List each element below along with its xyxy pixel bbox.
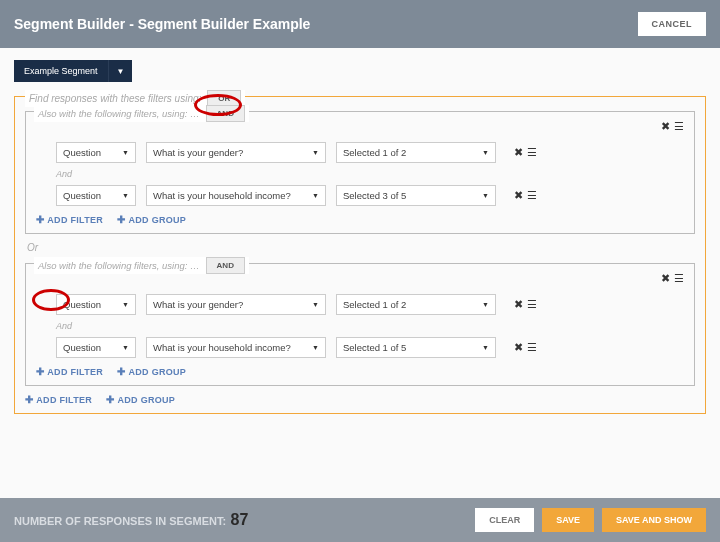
group-add-links: ✚ADD FILTER ✚ADD GROUP bbox=[36, 214, 684, 225]
filter-value-select[interactable]: Selected 1 of 2▼ bbox=[336, 294, 496, 315]
chevron-down-icon: ▼ bbox=[312, 192, 319, 199]
chevron-down-icon: ▼ bbox=[122, 149, 129, 156]
remove-group-icon[interactable]: ✖ bbox=[661, 120, 670, 133]
filter-type-select[interactable]: Question▼ bbox=[56, 142, 136, 163]
footer-buttons: CLEAR SAVE SAVE AND SHOW bbox=[475, 508, 706, 532]
group-controls: ✖ ☰ bbox=[661, 120, 684, 133]
add-group-label: ADD GROUP bbox=[128, 215, 186, 225]
filter-row: Question▼ What is your household income?… bbox=[56, 337, 684, 358]
outer-filter-panel: Find responses with these filters using:… bbox=[14, 96, 706, 414]
row-conjunction: And bbox=[56, 169, 684, 179]
segment-picker: Example Segment ▼ bbox=[14, 60, 132, 82]
filter-question-value: What is your gender? bbox=[153, 147, 243, 158]
plus-icon: ✚ bbox=[25, 394, 33, 405]
footer-summary: NUMBER OF RESPONSES IN SEGMENT: 87 bbox=[14, 511, 248, 529]
group-conjunction: Or bbox=[27, 242, 695, 253]
drag-row-icon[interactable]: ☰ bbox=[527, 341, 537, 354]
drag-group-icon[interactable]: ☰ bbox=[674, 120, 684, 133]
chevron-down-icon: ▼ bbox=[482, 149, 489, 156]
row-controls: ✖ ☰ bbox=[514, 146, 537, 159]
drag-group-icon[interactable]: ☰ bbox=[674, 272, 684, 285]
footer-count: 87 bbox=[231, 511, 249, 528]
inner-legend: Also with the following filters, using: … bbox=[34, 105, 249, 122]
add-group-link[interactable]: ✚ADD GROUP bbox=[117, 214, 186, 225]
row-controls: ✖ ☰ bbox=[514, 341, 537, 354]
filter-question-value: What is your household income? bbox=[153, 342, 291, 353]
plus-icon: ✚ bbox=[117, 366, 125, 377]
filter-value-text: Selected 1 of 2 bbox=[343, 299, 406, 310]
filter-question-select[interactable]: What is your gender?▼ bbox=[146, 142, 326, 163]
row-conjunction: And bbox=[56, 321, 684, 331]
header: Segment Builder - Segment Builder Exampl… bbox=[0, 0, 720, 48]
remove-group-icon[interactable]: ✖ bbox=[661, 272, 670, 285]
segment-name-button[interactable]: Example Segment bbox=[14, 60, 108, 82]
filter-group: Also with the following filters, using: … bbox=[25, 263, 695, 386]
drag-row-icon[interactable]: ☰ bbox=[527, 189, 537, 202]
remove-row-icon[interactable]: ✖ bbox=[514, 189, 523, 202]
filter-question-select[interactable]: What is your household income?▼ bbox=[146, 185, 326, 206]
filter-value-select[interactable]: Selected 1 of 5▼ bbox=[336, 337, 496, 358]
drag-row-icon[interactable]: ☰ bbox=[527, 298, 537, 311]
chevron-down-icon: ▼ bbox=[312, 301, 319, 308]
outer-add-links: ✚ADD FILTER ✚ADD GROUP bbox=[25, 394, 695, 405]
plus-icon: ✚ bbox=[106, 394, 114, 405]
add-filter-link[interactable]: ✚ADD FILTER bbox=[25, 394, 92, 405]
filter-question-select[interactable]: What is your household income?▼ bbox=[146, 337, 326, 358]
filter-question-select[interactable]: What is your gender?▼ bbox=[146, 294, 326, 315]
chevron-down-icon: ▼ bbox=[122, 192, 129, 199]
filter-type-value: Question bbox=[63, 342, 101, 353]
plus-icon: ✚ bbox=[117, 214, 125, 225]
chevron-down-icon: ▼ bbox=[122, 301, 129, 308]
filter-value-select[interactable]: Selected 3 of 5▼ bbox=[336, 185, 496, 206]
filter-value-text: Selected 1 of 5 bbox=[343, 342, 406, 353]
filter-value-select[interactable]: Selected 1 of 2▼ bbox=[336, 142, 496, 163]
group-logic-toggle[interactable]: AND bbox=[206, 105, 245, 122]
add-filter-link[interactable]: ✚ADD FILTER bbox=[36, 366, 103, 377]
filter-type-select[interactable]: Question▼ bbox=[56, 294, 136, 315]
filter-question-value: What is your gender? bbox=[153, 299, 243, 310]
filter-type-select[interactable]: Question▼ bbox=[56, 185, 136, 206]
add-group-label: ADD GROUP bbox=[128, 367, 186, 377]
add-filter-label: ADD FILTER bbox=[36, 395, 92, 405]
footer: NUMBER OF RESPONSES IN SEGMENT: 87 CLEAR… bbox=[0, 498, 720, 542]
save-and-show-button[interactable]: SAVE AND SHOW bbox=[602, 508, 706, 532]
footer-label: NUMBER OF RESPONSES IN SEGMENT: bbox=[14, 515, 226, 527]
add-filter-link[interactable]: ✚ADD FILTER bbox=[36, 214, 103, 225]
row-controls: ✖ ☰ bbox=[514, 298, 537, 311]
add-group-link[interactable]: ✚ADD GROUP bbox=[117, 366, 186, 377]
filter-type-value: Question bbox=[63, 190, 101, 201]
add-group-label: ADD GROUP bbox=[117, 395, 175, 405]
add-filter-label: ADD FILTER bbox=[47, 367, 103, 377]
chevron-down-icon: ▼ bbox=[482, 344, 489, 351]
save-button[interactable]: SAVE bbox=[542, 508, 594, 532]
segment-bar: Example Segment ▼ bbox=[0, 48, 720, 90]
group-logic-toggle[interactable]: AND bbox=[206, 257, 245, 274]
add-filter-label: ADD FILTER bbox=[47, 215, 103, 225]
cancel-button[interactable]: CANCEL bbox=[638, 12, 707, 36]
filter-group: Also with the following filters, using: … bbox=[25, 111, 695, 234]
row-controls: ✖ ☰ bbox=[514, 189, 537, 202]
filter-value-text: Selected 3 of 5 bbox=[343, 190, 406, 201]
plus-icon: ✚ bbox=[36, 214, 44, 225]
segment-dropdown-caret[interactable]: ▼ bbox=[108, 60, 133, 82]
drag-row-icon[interactable]: ☰ bbox=[527, 146, 537, 159]
inner-legend-text: Also with the following filters, using: … bbox=[38, 108, 200, 119]
remove-row-icon[interactable]: ✖ bbox=[514, 146, 523, 159]
group-controls: ✖ ☰ bbox=[661, 272, 684, 285]
remove-row-icon[interactable]: ✖ bbox=[514, 298, 523, 311]
add-group-link[interactable]: ✚ADD GROUP bbox=[106, 394, 175, 405]
page-title: Segment Builder - Segment Builder Exampl… bbox=[14, 16, 310, 32]
remove-row-icon[interactable]: ✖ bbox=[514, 341, 523, 354]
filter-row: Question▼ What is your household income?… bbox=[56, 185, 684, 206]
filter-row: Question▼ What is your gender?▼ Selected… bbox=[56, 142, 684, 163]
group-add-links: ✚ADD FILTER ✚ADD GROUP bbox=[36, 366, 684, 377]
filter-type-select[interactable]: Question▼ bbox=[56, 337, 136, 358]
filter-value-text: Selected 1 of 2 bbox=[343, 147, 406, 158]
inner-legend-text: Also with the following filters, using: … bbox=[38, 260, 200, 271]
clear-button[interactable]: CLEAR bbox=[475, 508, 534, 532]
chevron-down-icon: ▼ bbox=[482, 301, 489, 308]
chevron-down-icon: ▼ bbox=[482, 192, 489, 199]
chevron-down-icon: ▼ bbox=[122, 344, 129, 351]
inner-legend: Also with the following filters, using: … bbox=[34, 257, 249, 274]
chevron-down-icon: ▼ bbox=[312, 149, 319, 156]
